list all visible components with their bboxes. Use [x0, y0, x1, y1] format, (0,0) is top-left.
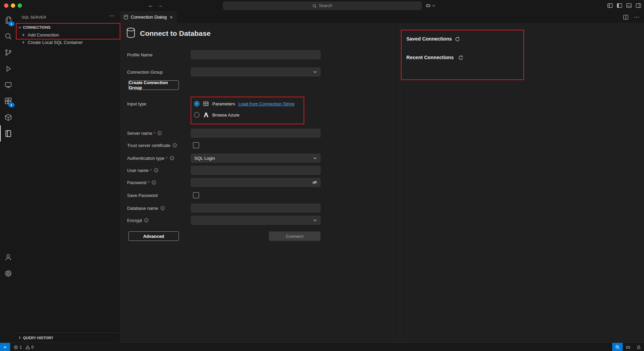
problems-indicator[interactable]: 1 0	[14, 345, 33, 350]
info-icon[interactable]	[170, 156, 174, 160]
authentication-type-select[interactable]: SQL Login	[191, 154, 320, 162]
save-password-checkbox[interactable]	[193, 192, 199, 198]
database-name-label: Database name	[127, 204, 165, 212]
chevron-down-icon	[18, 26, 22, 29]
tab-connection-dialog[interactable]: Connection Dialog ×	[120, 11, 176, 23]
advanced-button[interactable]: Advanced	[128, 231, 179, 241]
user-name-input[interactable]	[191, 166, 320, 175]
create-local-sql-container-item[interactable]: + Create Local SQL Container	[16, 39, 120, 46]
connections-section-header[interactable]: CONNECTIONS	[16, 24, 120, 31]
eye-off-icon[interactable]	[312, 180, 317, 185]
save-password-label: Save Password	[127, 191, 158, 200]
required-marker: *	[150, 168, 152, 173]
page-title: Connect to Database	[140, 29, 211, 37]
maximize-window-button[interactable]	[18, 3, 22, 8]
database-name-input[interactable]	[191, 204, 320, 212]
connection-group-label: Connection Group	[127, 68, 163, 76]
encrypt-select[interactable]	[191, 216, 320, 225]
remote-indicator[interactable]	[0, 343, 10, 351]
authentication-type-label: Authentication type*	[127, 154, 174, 162]
required-marker: *	[153, 131, 155, 136]
activity-bar-settings[interactable]	[0, 265, 16, 281]
close-icon[interactable]: ×	[170, 14, 173, 20]
radio-selected[interactable]	[194, 101, 199, 106]
required-marker: *	[166, 156, 168, 161]
refresh-saved-connections-icon[interactable]	[455, 36, 460, 42]
customize-layout-icon[interactable]	[607, 3, 613, 8]
add-icon: +	[21, 40, 25, 45]
notifications-bell-icon[interactable]	[634, 343, 644, 351]
package-cube-icon	[4, 114, 12, 121]
activity-bar: 1 1	[0, 11, 17, 343]
chevron-down-icon	[313, 156, 317, 160]
saved-connections-title: Saved Connections	[406, 36, 452, 42]
run-debug-icon	[4, 65, 12, 73]
query-history-section-header[interactable]: QUERY HISTORY	[16, 332, 120, 343]
zoom-status-icon[interactable]	[612, 343, 623, 351]
settings-gear-icon	[4, 270, 12, 277]
sidebar-header: SQL SERVER ⋯	[16, 11, 120, 23]
radio-unselected[interactable]	[194, 112, 199, 118]
activity-bar-containers[interactable]	[0, 109, 16, 125]
connection-group-select[interactable]	[191, 68, 320, 76]
load-from-connection-string-link[interactable]: Load from Connection String	[238, 101, 294, 106]
create-connection-group-button[interactable]: Create Connection Group	[128, 80, 179, 90]
editor-tab-bar: Connection Dialog × ⋯	[120, 11, 644, 23]
back-icon[interactable]: ←	[148, 2, 153, 9]
password-input[interactable]	[191, 178, 320, 187]
trust-server-certificate-checkbox[interactable]	[193, 142, 199, 148]
toggle-secondary-sidebar-icon[interactable]	[636, 3, 641, 8]
copilot-status-icon[interactable]	[623, 343, 634, 351]
encrypt-label: Encrypt	[127, 216, 149, 225]
forward-icon[interactable]: →	[158, 2, 163, 9]
chevron-down-icon	[432, 4, 435, 7]
info-icon[interactable]	[172, 143, 177, 148]
copilot-icon	[425, 3, 431, 8]
trust-server-certificate-label: Trust server certificate	[127, 141, 177, 150]
required-marker: *	[148, 180, 149, 185]
activity-bar-remote-explorer[interactable]	[0, 77, 16, 93]
activity-bar-source-control[interactable]	[0, 44, 16, 60]
activity-bar-sql-server[interactable]	[0, 125, 16, 142]
input-type-parameters-option[interactable]: Parameters Load from Connection String	[194, 100, 294, 107]
warning-count: 0	[31, 345, 34, 350]
more-actions-icon[interactable]: ⋯	[634, 15, 639, 20]
sidebar-more-actions-icon[interactable]: ⋯	[109, 12, 115, 19]
warning-icon	[25, 345, 30, 350]
info-icon[interactable]	[144, 218, 149, 223]
table-icon	[203, 101, 209, 107]
tab-actions: ⋯	[623, 11, 639, 23]
split-editor-icon[interactable]	[623, 15, 628, 20]
toggle-primary-sidebar-icon[interactable]	[617, 3, 622, 8]
info-icon[interactable]	[154, 168, 159, 173]
extensions-badge: 1	[8, 102, 15, 107]
vscode-window: ← → Search	[0, 0, 644, 351]
info-icon[interactable]	[157, 131, 162, 135]
sql-server-icon	[4, 130, 12, 137]
input-type-browse-azure-option[interactable]: Browse Azure	[194, 111, 239, 118]
status-bar: 1 0	[0, 343, 644, 351]
activity-bar-search[interactable]	[0, 28, 16, 44]
connection-dialog-tab-icon	[123, 15, 128, 20]
title-bar: ← → Search	[0, 0, 644, 11]
account-icon	[4, 253, 12, 261]
activity-bar-run-debug[interactable]	[0, 60, 16, 77]
chevron-down-icon	[313, 70, 317, 74]
info-icon[interactable]	[160, 206, 165, 210]
copilot-menu[interactable]	[425, 3, 435, 8]
activity-bar-accounts[interactable]	[0, 249, 16, 265]
connect-button[interactable]: Connect	[269, 231, 320, 241]
add-connection-item[interactable]: + Add Connection	[16, 31, 120, 39]
server-name-input[interactable]	[191, 129, 320, 137]
toggle-panel-icon[interactable]	[626, 3, 632, 8]
command-center-search[interactable]: Search	[223, 2, 422, 10]
close-window-button[interactable]	[4, 3, 8, 8]
chevron-right-icon	[18, 336, 22, 340]
refresh-recent-connections-icon[interactable]	[458, 55, 463, 60]
profile-name-input[interactable]	[191, 50, 320, 59]
explorer-badge: 1	[8, 21, 15, 26]
activity-bar-explorer[interactable]: 1	[0, 12, 16, 28]
activity-bar-extensions[interactable]: 1	[0, 93, 16, 109]
info-icon[interactable]	[151, 180, 156, 185]
minimize-window-button[interactable]	[11, 3, 15, 8]
